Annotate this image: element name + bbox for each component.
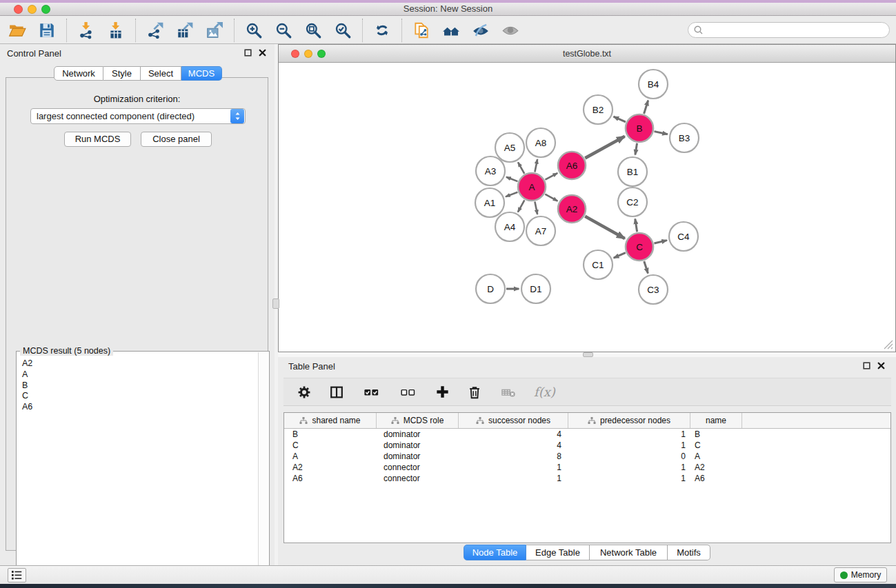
table-cell[interactable]: 1	[459, 462, 568, 473]
edge-A2-C[interactable]	[585, 216, 625, 239]
table-cell[interactable]: C	[284, 440, 377, 451]
graph-node-A4[interactable]: A4	[495, 212, 524, 241]
graph-node-A2[interactable]: A2	[558, 195, 586, 223]
edge-C-C1[interactable]	[614, 253, 626, 258]
edge-A6-B[interactable]	[585, 136, 624, 159]
network-canvas[interactable]: B4B2BB3A8A5A6A3B1AC2A1A2A4A7C4CC1C3DD1	[279, 63, 895, 352]
refresh-icon[interactable]	[370, 19, 394, 41]
column-header-predecessor-nodes[interactable]: predecessor nodes	[568, 413, 690, 428]
graph-node-A7[interactable]: A7	[526, 216, 555, 245]
table-cell[interactable]: B	[690, 429, 742, 440]
table-cell[interactable]: A2	[284, 462, 377, 473]
run-mcds-button[interactable]: Run MCDS	[64, 132, 131, 147]
float-panel-icon[interactable]	[244, 49, 252, 57]
graph-node-A5[interactable]: A5	[495, 133, 524, 162]
graph-node-D1[interactable]: D1	[521, 274, 550, 303]
table-cell[interactable]: connector	[377, 462, 459, 473]
table-cell[interactable]: C	[690, 440, 742, 451]
select-all-icon[interactable]	[361, 384, 381, 401]
edge-C-C2[interactable]	[635, 219, 637, 232]
column-layout-icon[interactable]	[328, 384, 345, 401]
tab-network-table[interactable]: Network Table	[590, 545, 668, 560]
open-file-icon[interactable]	[6, 19, 29, 41]
import-table-icon[interactable]	[104, 19, 128, 41]
edge-A-A7[interactable]	[535, 202, 537, 214]
delete-column-icon[interactable]	[466, 384, 483, 401]
table-cell[interactable]: 8	[459, 451, 568, 462]
network-window-titlebar[interactable]: testGlobe.txt	[279, 45, 895, 63]
hide-eye-icon[interactable]	[469, 19, 492, 41]
table-cell[interactable]: connector	[377, 473, 459, 484]
table-cell[interactable]: A	[284, 451, 377, 462]
tab-select[interactable]: Select	[141, 66, 181, 81]
table-row[interactable]: A2connector11A2	[284, 462, 890, 473]
graph-node-C1[interactable]: C1	[584, 250, 613, 279]
edge-C-C4[interactable]	[654, 241, 667, 243]
table-cell[interactable]: A2	[690, 462, 742, 473]
list-item[interactable]: A2	[22, 358, 258, 369]
table-cell[interactable]: dominator	[377, 451, 459, 462]
graph-node-C4[interactable]: C4	[669, 222, 698, 251]
list-item[interactable]: B	[22, 381, 258, 392]
list-item[interactable]: A	[22, 369, 258, 381]
zoom-in-icon[interactable]	[242, 19, 266, 41]
task-history-button[interactable]	[8, 568, 26, 582]
close-panel-icon[interactable]	[259, 49, 266, 57]
add-column-icon[interactable]	[434, 384, 450, 401]
graph-node-A6[interactable]: A6	[558, 152, 586, 179]
deselect-all-icon[interactable]	[397, 384, 418, 401]
edge-A-A5[interactable]	[518, 162, 524, 173]
float-panel-icon[interactable]	[863, 362, 870, 369]
list-item[interactable]: C	[22, 391, 258, 402]
zoom-out-icon[interactable]	[272, 19, 295, 41]
table-cell[interactable]: 1	[568, 440, 690, 451]
graph-node-B3[interactable]: B3	[670, 123, 699, 152]
edge-A-A4[interactable]	[518, 200, 525, 212]
edge-C-C3[interactable]	[644, 261, 648, 274]
table-cell[interactable]: B	[284, 429, 377, 440]
edge-A-A8[interactable]	[535, 159, 537, 172]
zoom-fit-icon[interactable]	[301, 19, 325, 41]
horizontal-divider-grip[interactable]	[583, 352, 593, 357]
tab-mcds[interactable]: MCDS	[181, 66, 222, 81]
export-network-icon[interactable]	[143, 19, 167, 41]
edge-A-A2[interactable]	[545, 194, 557, 201]
table-cell[interactable]: 4	[459, 440, 568, 451]
graph-node-A3[interactable]: A3	[476, 156, 505, 185]
show-eye-icon[interactable]	[499, 19, 522, 41]
table-cell[interactable]: dominator	[377, 429, 459, 440]
tab-edge-table[interactable]: Edge Table	[526, 545, 590, 560]
table-cell[interactable]: 0	[568, 451, 690, 462]
close-panel-icon[interactable]	[877, 362, 885, 369]
table-cell[interactable]: 1	[568, 473, 690, 484]
tab-motifs[interactable]: Motifs	[668, 545, 710, 560]
memory-button[interactable]: Memory	[834, 567, 887, 582]
column-header-successor-nodes[interactable]: successor nodes	[459, 413, 568, 428]
graph-node-A[interactable]: A	[518, 173, 546, 201]
close-panel-button[interactable]: Close panel	[141, 132, 212, 147]
edge-B-B1[interactable]	[635, 143, 637, 155]
edge-B-B2[interactable]	[614, 116, 626, 122]
search-field[interactable]	[688, 22, 890, 38]
table-cell[interactable]: 1	[568, 429, 690, 440]
graph-node-A1[interactable]: A1	[475, 188, 504, 217]
import-network-icon[interactable]	[74, 19, 98, 41]
tab-node-table[interactable]: Node Table	[464, 545, 526, 560]
node-table[interactable]: shared nameMCDS rolesuccessor nodesprede…	[283, 412, 891, 543]
edge-A-A3[interactable]	[506, 177, 518, 181]
mcds-list-scrollbar[interactable]	[258, 352, 268, 581]
list-item[interactable]: A6	[22, 402, 258, 413]
graph-node-B2[interactable]: B2	[584, 95, 613, 124]
open-session-file-icon[interactable]	[410, 19, 433, 41]
table-cell[interactable]: 1	[568, 462, 690, 473]
mcds-result-list[interactable]: A2ABCA6	[17, 354, 258, 582]
table-row[interactable]: Adominator80A	[284, 451, 890, 462]
table-row[interactable]: A6connector11A6	[284, 473, 890, 484]
settings-gear-icon[interactable]	[296, 384, 312, 401]
save-session-icon[interactable]	[35, 19, 59, 41]
search-input[interactable]	[704, 24, 889, 37]
graph-node-C3[interactable]: C3	[639, 275, 668, 304]
network-graph[interactable]: B4B2BB3A8A5A6A3B1AC2A1A2A4A7C4CC1C3DD1	[279, 63, 895, 352]
table-row[interactable]: Cdominator41C	[284, 440, 890, 451]
column-header-mcds-role[interactable]: MCDS role	[377, 413, 459, 428]
